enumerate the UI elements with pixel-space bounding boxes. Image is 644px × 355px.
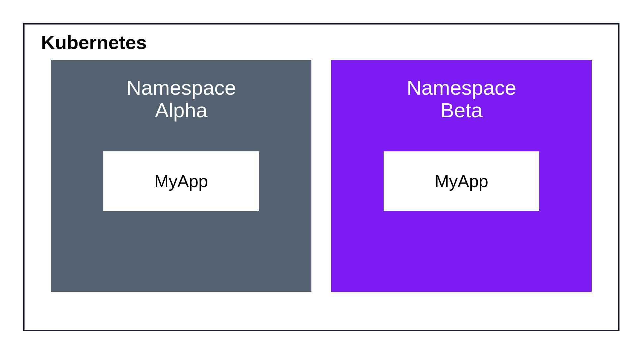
namespace-beta-title-line2: Beta bbox=[440, 99, 483, 122]
namespace-beta-box: Namespace Beta MyApp bbox=[331, 60, 592, 292]
kubernetes-frame: Kubernetes Namespace Alpha MyApp Namespa… bbox=[23, 23, 619, 331]
namespaces-row: Namespace Alpha MyApp Namespace Beta MyA… bbox=[38, 60, 605, 292]
namespace-alpha-title-line1: Namespace bbox=[127, 76, 236, 99]
namespace-beta-app-box: MyApp bbox=[384, 151, 539, 211]
namespace-alpha-app-label: MyApp bbox=[154, 171, 208, 191]
namespace-alpha-app-box: MyApp bbox=[103, 151, 259, 211]
kubernetes-title: Kubernetes bbox=[41, 31, 605, 53]
namespace-alpha-box: Namespace Alpha MyApp bbox=[51, 60, 311, 292]
namespace-alpha-title-line2: Alpha bbox=[155, 99, 208, 122]
namespace-beta-app-label: MyApp bbox=[435, 171, 488, 191]
namespace-alpha-title: Namespace Alpha bbox=[127, 76, 236, 122]
namespace-beta-title-line1: Namespace bbox=[407, 76, 516, 99]
namespace-beta-title: Namespace Beta bbox=[407, 76, 516, 122]
